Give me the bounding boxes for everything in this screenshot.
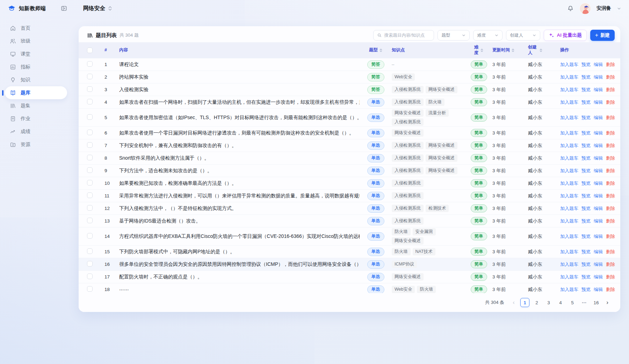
action-edit[interactable]: 编辑: [594, 74, 603, 80]
row-checkbox[interactable]: [87, 286, 93, 292]
action-edit[interactable]: 编辑: [594, 261, 603, 268]
action-add-to-cart[interactable]: 加入题车: [560, 193, 578, 199]
row-checkbox[interactable]: [87, 233, 93, 239]
action-edit[interactable]: 编辑: [594, 130, 603, 136]
action-add-to-cart[interactable]: 加入题车: [560, 218, 578, 224]
header-updated[interactable]: 更新时间: [492, 48, 528, 53]
action-preview[interactable]: 预览: [581, 286, 591, 293]
row-checkbox[interactable]: [87, 192, 93, 198]
action-delete[interactable]: 删除: [606, 261, 615, 268]
sidebar-item-metrics[interactable]: 指标: [5, 60, 67, 73]
action-add-to-cart[interactable]: 加入题车: [560, 205, 578, 212]
action-add-to-cart[interactable]: 加入题车: [560, 143, 578, 149]
action-delete[interactable]: 删除: [606, 205, 615, 212]
action-add-to-cart[interactable]: 加入题车: [560, 155, 578, 161]
row-checkbox[interactable]: [87, 274, 93, 279]
row-checkbox[interactable]: [87, 61, 93, 67]
action-preview[interactable]: 预览: [581, 274, 591, 280]
action-edit[interactable]: 编辑: [594, 205, 603, 212]
action-preview[interactable]: 预览: [581, 193, 591, 199]
action-delete[interactable]: 删除: [606, 74, 615, 80]
action-add-to-cart[interactable]: 加入题车: [560, 130, 578, 136]
search-box[interactable]: [373, 30, 434, 41]
action-preview[interactable]: 预览: [581, 155, 591, 161]
row-checkbox[interactable]: [87, 261, 93, 267]
row-checkbox[interactable]: [87, 205, 93, 211]
action-preview[interactable]: 预览: [581, 99, 591, 105]
action-preview[interactable]: 预览: [581, 168, 591, 174]
header-difficulty[interactable]: 难度: [465, 45, 492, 56]
action-edit[interactable]: 编辑: [594, 286, 603, 293]
action-delete[interactable]: 删除: [606, 155, 615, 161]
filter-type[interactable]: 题型: [438, 30, 470, 41]
action-edit[interactable]: 编辑: [594, 193, 603, 199]
row-checkbox[interactable]: [87, 155, 93, 160]
header-creator[interactable]: 创建人: [528, 45, 560, 56]
action-add-to-cart[interactable]: 加入题车: [560, 249, 578, 255]
action-delete[interactable]: 删除: [606, 130, 615, 136]
action-edit[interactable]: 编辑: [594, 218, 603, 224]
row-checkbox[interactable]: [87, 86, 93, 92]
bell-icon[interactable]: [567, 5, 574, 12]
sort-icon[interactable]: [379, 49, 382, 52]
action-preview[interactable]: 预览: [581, 261, 591, 268]
action-delete[interactable]: 删除: [606, 180, 615, 187]
sidebar-item-classes[interactable]: 班级: [5, 35, 67, 48]
search-input[interactable]: [384, 33, 430, 38]
action-delete[interactable]: 删除: [606, 143, 615, 149]
filter-difficulty[interactable]: 难度: [473, 30, 503, 41]
page-button-5[interactable]: 5: [568, 298, 577, 307]
prev-page-icon[interactable]: ‹: [510, 298, 518, 307]
course-selector[interactable]: 网络安全: [83, 5, 112, 12]
page-button-16[interactable]: 16: [592, 298, 601, 307]
action-edit[interactable]: 编辑: [594, 168, 603, 174]
row-checkbox[interactable]: [87, 99, 93, 104]
action-preview[interactable]: 预览: [581, 61, 591, 68]
ai-batch-generate-button[interactable]: AI 批量出题: [544, 30, 586, 41]
action-edit[interactable]: 编辑: [594, 99, 603, 105]
action-delete[interactable]: 删除: [606, 168, 615, 174]
row-checkbox[interactable]: [87, 218, 93, 223]
page-button-2[interactable]: 2: [532, 298, 541, 307]
action-delete[interactable]: 删除: [606, 218, 615, 224]
action-edit[interactable]: 编辑: [594, 143, 603, 149]
action-add-to-cart[interactable]: 加入题车: [560, 168, 578, 174]
sidebar-item-questions[interactable]: 题库: [5, 86, 67, 99]
page-button-4[interactable]: 4: [556, 298, 565, 307]
action-add-to-cart[interactable]: 加入题车: [560, 74, 578, 80]
action-preview[interactable]: 预览: [581, 115, 591, 121]
action-edit[interactable]: 编辑: [594, 249, 603, 255]
avatar[interactable]: [579, 3, 591, 14]
new-question-button[interactable]: + 新建: [590, 30, 615, 41]
action-preview[interactable]: 预览: [581, 205, 591, 212]
action-edit[interactable]: 编辑: [594, 61, 603, 68]
action-preview[interactable]: 预览: [581, 180, 591, 187]
row-checkbox[interactable]: [87, 180, 93, 185]
action-preview[interactable]: 预览: [581, 249, 591, 255]
action-add-to-cart[interactable]: 加入题车: [560, 99, 578, 105]
action-edit[interactable]: 编辑: [594, 233, 603, 240]
next-page-icon[interactable]: ›: [603, 298, 611, 307]
action-add-to-cart[interactable]: 加入题车: [560, 61, 578, 68]
action-edit[interactable]: 编辑: [594, 87, 603, 93]
sidebar-item-classroom[interactable]: 课堂: [5, 48, 67, 60]
action-delete[interactable]: 删除: [606, 99, 615, 105]
sidebar-item-sets[interactable]: 题集: [5, 99, 67, 112]
row-checkbox[interactable]: [87, 114, 93, 120]
action-preview[interactable]: 预览: [581, 143, 591, 149]
sort-icon[interactable]: [512, 49, 514, 52]
action-edit[interactable]: 编辑: [594, 274, 603, 280]
action-edit[interactable]: 编辑: [594, 155, 603, 161]
action-delete[interactable]: 删除: [606, 115, 615, 121]
header-type[interactable]: 题型: [360, 48, 392, 53]
action-preview[interactable]: 预览: [581, 74, 591, 80]
action-add-to-cart[interactable]: 加入题车: [560, 274, 578, 280]
sidebar-item-grades[interactable]: 成绩: [5, 125, 67, 138]
action-edit[interactable]: 编辑: [594, 115, 603, 121]
action-delete[interactable]: 删除: [606, 87, 615, 93]
action-delete[interactable]: 删除: [606, 286, 615, 293]
action-preview[interactable]: 预览: [581, 87, 591, 93]
action-add-to-cart[interactable]: 加入题车: [560, 261, 578, 268]
sidebar-item-home[interactable]: 首页: [5, 22, 67, 35]
action-add-to-cart[interactable]: 加入题车: [560, 286, 578, 293]
